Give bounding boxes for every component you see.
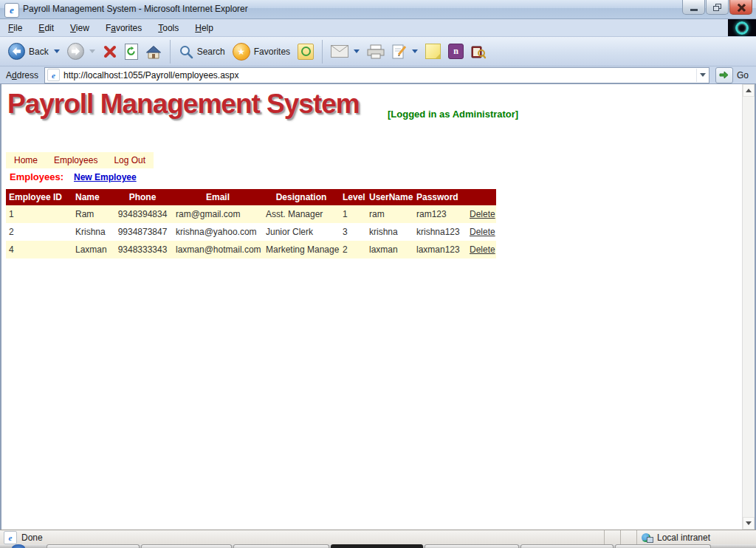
forward-button[interactable] (63, 40, 99, 64)
go-button[interactable] (715, 67, 733, 83)
back-label: Back (29, 47, 49, 57)
status-bar: e Done Local intranet (0, 530, 756, 544)
onenote-note-icon (425, 44, 441, 59)
col-header-name: Name (72, 189, 112, 205)
cell-email: laxman@hotmail.com (173, 241, 263, 258)
table-row: 2 Krishna 9934873847 krishna@yahoo.com J… (6, 223, 496, 241)
nav-item-logout[interactable]: Log Out (106, 152, 154, 168)
edit-dropdown-icon[interactable] (412, 49, 418, 53)
taskbar-button[interactable] (520, 544, 614, 548)
nav-item-home[interactable]: Home (6, 152, 46, 168)
cell-name: Ram (72, 205, 112, 223)
ie-throbber (728, 19, 756, 36)
status-page-icon: e (4, 531, 17, 544)
taskbar-active-button[interactable] (331, 544, 423, 548)
restore-button[interactable] (706, 0, 729, 15)
menu-item-view[interactable]: View (62, 21, 97, 35)
taskbar-button[interactable] (47, 544, 140, 548)
minimize-button[interactable] (682, 0, 705, 15)
forward-dropdown-icon[interactable] (89, 49, 95, 53)
taskbar-button[interactable] (425, 544, 519, 548)
ie-logo-icon: e (4, 3, 19, 18)
address-box: e (44, 67, 709, 83)
taskbar-button[interactable] (233, 544, 329, 548)
address-dropdown-icon[interactable] (696, 69, 709, 82)
delete-link[interactable]: Delete (470, 227, 495, 237)
zone-label: Local intranet (657, 532, 710, 543)
start-orb-icon[interactable] (12, 544, 25, 548)
taskbar-button[interactable] (615, 544, 711, 548)
cell-password: krishna123 (413, 223, 467, 241)
onenote-note-button[interactable] (422, 40, 444, 64)
menu-item-file[interactable]: File (0, 21, 30, 35)
menu-bar: File Edit View Favorites Tools Help (0, 19, 756, 37)
page-title: Payroll Management System (7, 89, 360, 120)
delete-link[interactable]: Delete (470, 209, 495, 219)
cell-username: laxman (366, 241, 413, 258)
close-button[interactable] (729, 0, 752, 15)
menu-item-edit[interactable]: Edit (30, 21, 62, 35)
send-to-onenote-button[interactable]: n (444, 40, 467, 64)
menu-item-tools[interactable]: Tools (150, 21, 187, 35)
home-icon (145, 44, 162, 59)
print-button[interactable] (363, 40, 388, 64)
col-header-action (467, 189, 496, 205)
send-to-onenote-icon: n (448, 44, 464, 59)
restore-icon (713, 4, 721, 11)
mail-icon (331, 45, 348, 58)
delete-link[interactable]: Delete (470, 244, 495, 255)
nav-item-employees[interactable]: Employees (46, 152, 106, 168)
back-dropdown-icon[interactable] (54, 49, 60, 53)
scroll-up-icon (746, 89, 752, 92)
col-header-email: Email (173, 189, 263, 205)
status-left: e Done (0, 531, 604, 544)
col-header-username: UserName (366, 189, 413, 205)
refresh-button[interactable] (121, 40, 142, 64)
cell-phone: 9934873847 (112, 223, 173, 241)
stop-button[interactable] (99, 40, 121, 64)
cell-designation: Asst. Manager (263, 205, 340, 223)
security-zone-pane: Local intranet (636, 530, 756, 544)
taskbar-button[interactable] (141, 544, 232, 548)
edit-button[interactable] (388, 40, 422, 64)
toolbar-separator (170, 40, 171, 64)
cell-employee-id: 4 (6, 241, 72, 258)
search-icon (179, 44, 193, 59)
stop-icon (103, 44, 117, 59)
print-icon (367, 44, 385, 59)
web-page: Payroll Management System [Logged in as … (1, 84, 742, 530)
favorites-button[interactable]: ★ Favorites (229, 40, 294, 64)
employees-section-label: Employees: (10, 171, 63, 182)
research-icon (471, 44, 486, 59)
cell-employee-id: 1 (6, 205, 72, 223)
vertical-scrollbar[interactable] (742, 84, 755, 530)
go-arrow-icon (719, 71, 729, 79)
menu-item-help[interactable]: Help (187, 21, 221, 35)
address-input[interactable] (62, 69, 696, 82)
new-employee-link[interactable]: New Employee (74, 172, 137, 182)
mail-button[interactable] (327, 40, 363, 64)
mail-dropdown-icon[interactable] (354, 49, 360, 53)
browser-window: e Payroll Management System - Microsoft … (0, 0, 756, 548)
go-label[interactable]: Go (737, 70, 749, 81)
cell-employee-id: 2 (6, 223, 72, 241)
col-header-phone: Phone (112, 189, 173, 205)
cell-email: ram@gmail.com (173, 205, 263, 223)
menu-item-favorites[interactable]: Favorites (97, 21, 150, 35)
table-header-row: Employee ID Name Phone Email Designation… (6, 189, 496, 205)
scroll-down-icon (746, 521, 752, 525)
scroll-up-button[interactable] (743, 84, 755, 97)
cell-username: krishna (366, 223, 413, 241)
cell-level: 2 (340, 241, 366, 258)
employees-table: Employee ID Name Phone Email Designation… (6, 189, 496, 258)
col-header-level: Level (340, 189, 366, 205)
research-button[interactable] (467, 40, 489, 64)
back-button[interactable]: Back (4, 40, 63, 64)
search-button[interactable]: Search (175, 40, 229, 64)
cell-level: 3 (340, 223, 366, 241)
site-nav: Home Employees Log Out (6, 152, 154, 168)
scroll-down-button[interactable] (743, 517, 755, 530)
history-button[interactable] (294, 40, 317, 64)
home-button[interactable] (142, 40, 165, 64)
standard-toolbar: Back Search ★ Favorites (0, 37, 756, 66)
